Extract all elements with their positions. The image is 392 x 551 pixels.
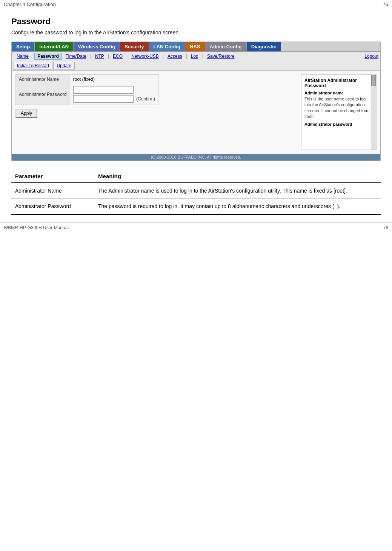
admin-form-table: Administrator Name root (fixed) Administ…: [15, 74, 158, 105]
admin-name-fixed: root (fixed): [73, 77, 95, 82]
tab-nas[interactable]: NAS: [185, 42, 205, 51]
param-meaning: The Administrator name is used to log in…: [94, 183, 381, 199]
subtab-update[interactable]: Update: [53, 62, 75, 69]
footer-left: WBMR-HP-G300H User Manual: [4, 225, 69, 230]
tab-wireless-config[interactable]: Wireless Config: [74, 42, 120, 51]
help-admin-name-text: This is the user name used to log into t…: [304, 96, 373, 120]
subtab-save-restore[interactable]: Save/Restore: [204, 53, 238, 60]
subtab-name[interactable]: Name: [14, 53, 32, 60]
help-panel-title: AirStation Administrator Password: [304, 78, 373, 88]
param-name: Administrator Name: [11, 183, 94, 199]
tab-setup[interactable]: Setup: [12, 42, 35, 51]
sub-nav-row1: Name | Password Time/Date | NTP | ECO | …: [12, 52, 380, 61]
table-row: Administrator NameThe Administrator name…: [11, 183, 381, 199]
form-section: Administrator Name root (fixed) Administ…: [15, 74, 297, 150]
subtab-ntp[interactable]: NTP: [92, 53, 107, 60]
confirm-label: (Confirm): [136, 96, 155, 102]
apply-button[interactable]: Apply: [15, 109, 37, 118]
page-header: Chapter 4 Configuration 76: [0, 0, 392, 9]
page-footer: WBMR-HP-G300H User Manual 76: [0, 222, 392, 233]
scrollbar-thumb[interactable]: [371, 75, 376, 86]
help-panel: AirStation Administrator Password Admini…: [301, 74, 377, 150]
admin-password-confirm-input[interactable]: [73, 95, 134, 103]
help-admin-password-heading: Administrator password: [304, 122, 373, 127]
ui-main-area: Administrator Name root (fixed) Administ…: [12, 71, 380, 154]
page-number-header: 76: [383, 2, 388, 7]
tab-internet-lan[interactable]: Internet/LAN: [35, 42, 74, 51]
admin-password-fields: (Confirm): [70, 84, 158, 105]
footer-right: 76: [383, 225, 388, 230]
tab-lan-config[interactable]: LAN Config: [149, 42, 185, 51]
chapter-label: Chapter 4 Configuration: [4, 2, 56, 7]
section-description: Configure the password to log in to the …: [11, 29, 381, 35]
subtab-access[interactable]: Access: [164, 53, 185, 60]
meaning-col-header: Meaning: [94, 170, 381, 183]
param-meaning: The password is required to log in. It m…: [94, 199, 381, 214]
ui-footer: (C)2000-2010 BUFFALO INC. All rights res…: [12, 154, 380, 161]
subtab-time-date[interactable]: Time/Date: [63, 53, 89, 60]
param-name: Administrator Password: [11, 199, 94, 214]
subtab-eco[interactable]: ECO: [110, 53, 126, 60]
tab-admin-config[interactable]: Admin Config: [205, 42, 247, 51]
parameter-table: Parameter Meaning Administrator NameThe …: [11, 170, 381, 215]
page-content: Password Configure the password to log i…: [0, 9, 392, 222]
main-nav-tabs: Setup Internet/LAN Wireless Config Secur…: [12, 42, 380, 52]
admin-password-input[interactable]: [73, 86, 134, 94]
ui-footer-text: (C)2000-2010 BUFFALO INC. All rights res…: [151, 155, 241, 159]
subtab-network-usb[interactable]: Network-USB: [128, 53, 162, 60]
admin-password-label: Administrator Password: [16, 84, 70, 105]
scrollbar-track[interactable]: [371, 75, 376, 150]
admin-name-label: Administrator Name: [16, 75, 70, 84]
admin-name-value: root (fixed): [70, 75, 158, 84]
help-admin-name-heading: Administrator name: [304, 91, 373, 95]
table-row: Administrator PasswordThe password is re…: [11, 199, 381, 214]
tab-diagnostic[interactable]: Diagnostic: [247, 42, 281, 51]
subtab-initialize-restart[interactable]: Initialize/Restart: [14, 62, 52, 69]
tab-security[interactable]: Security: [120, 42, 149, 51]
ui-screenshot: Setup Internet/LAN Wireless Config Secur…: [11, 42, 381, 161]
section-title: Password: [11, 17, 381, 26]
sub-nav-row2: Initialize/Restart Update: [12, 61, 380, 71]
param-col-header: Parameter: [11, 170, 94, 183]
subtab-password[interactable]: Password: [34, 53, 62, 60]
help-panel-inner: AirStation Administrator Password Admini…: [301, 75, 376, 131]
logout-link[interactable]: Logout: [364, 54, 378, 59]
subtab-log[interactable]: Log: [188, 53, 201, 60]
